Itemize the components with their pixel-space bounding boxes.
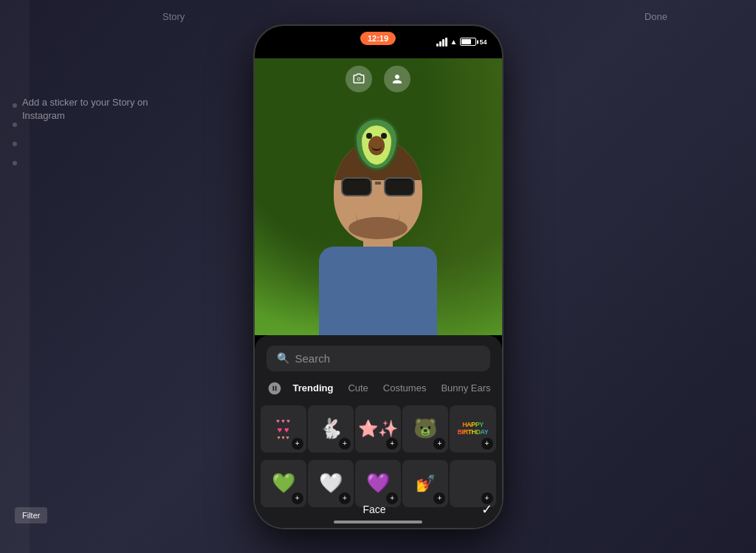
signal-bar-4 — [445, 38, 447, 47]
sticker-hearts[interactable]: ♥ ♥ ♥ ♥ ♥ ♥ ♥ ♥ + — [261, 405, 306, 453]
camera-controls — [346, 66, 410, 92]
avocado-flesh — [362, 126, 391, 165]
gummy-emoji: 🐻 — [413, 417, 437, 440]
battery-percentage: 54 — [479, 38, 487, 46]
status-bar: 12:19 ▲ 54 — [255, 26, 502, 58]
signal-bars-icon — [436, 38, 447, 47]
signal-bar-1 — [436, 44, 439, 47]
tab-trending[interactable]: Trending — [286, 379, 341, 397]
avocado-eyes — [366, 133, 387, 139]
tab-bunny-ears[interactable]: Bunny Ears — [433, 379, 498, 397]
glass-bridge — [375, 182, 381, 185]
background-text: Add a sticker to your Story on Instagram — [22, 96, 170, 123]
add-stars-btn[interactable]: + — [386, 438, 398, 450]
sticker-birthday[interactable]: HAPPYBIRTHDAY + — [450, 405, 495, 453]
bg-filter-button[interactable]: Filter — [15, 507, 47, 523]
tab-cute[interactable]: Cute — [340, 379, 375, 397]
person-icon — [391, 72, 404, 86]
sidebar-dot — [13, 103, 17, 108]
check-button[interactable]: ✓ — [472, 501, 502, 518]
sticker-tab-icon[interactable] — [264, 377, 286, 399]
avocado-body — [354, 117, 399, 171]
sticker-gummy-bear[interactable]: 🐻 + — [402, 405, 448, 453]
face-label: Face — [255, 504, 472, 515]
status-time: 12:19 — [360, 32, 396, 45]
bunny-emoji: 🐇 — [319, 417, 343, 440]
home-indicator — [334, 521, 422, 523]
category-tabs: Trending Cute Costumes Bunny Ears Sun — [255, 371, 502, 402]
signal-bar-2 — [439, 41, 441, 47]
search-placeholder: Search — [295, 352, 331, 365]
avocado-eye-right — [381, 133, 387, 139]
wifi-icon: ▲ — [450, 38, 458, 46]
sticker-icon — [267, 381, 282, 396]
camera-view — [255, 58, 502, 335]
tab-costumes[interactable]: Costumes — [376, 379, 434, 397]
glass-left — [341, 177, 372, 196]
signal-bar-3 — [442, 39, 444, 47]
tab-sun[interactable]: Sun — [498, 379, 502, 397]
battery-icon — [460, 38, 476, 46]
add-birthday-btn[interactable]: + — [481, 438, 493, 450]
camera-flip-button[interactable] — [346, 66, 372, 92]
person-beard — [348, 217, 408, 239]
sticker-grid-row1: ♥ ♥ ♥ ♥ ♥ ♥ ♥ ♥ + 🐇 + ⭐✨ + 🐻 + — [255, 402, 502, 456]
battery-fill — [461, 39, 471, 44]
add-bunny-btn[interactable]: + — [339, 438, 351, 450]
sidebar-dot — [13, 161, 17, 165]
sticker-bunny[interactable]: 🐇 + — [308, 405, 354, 453]
search-icon: 🔍 — [277, 352, 289, 364]
bg-top-right-label: Done — [645, 11, 667, 22]
add-hearts-btn[interactable]: + — [292, 438, 303, 450]
sticker-stars[interactable]: ⭐✨ + — [355, 405, 401, 453]
avocado-sticker — [351, 117, 402, 176]
add-gummy-btn[interactable]: + — [433, 438, 445, 450]
status-right-icons: ▲ 54 — [436, 38, 487, 47]
sidebar-dot — [13, 142, 17, 146]
sidebar-dot — [13, 123, 17, 127]
stars-emoji: ⭐✨ — [358, 419, 398, 439]
search-bar[interactable]: 🔍 Search — [267, 346, 490, 371]
bottom-panel: 🔍 Search Trending Cute Costumes Bunny Ea… — [255, 335, 502, 528]
person-shirt — [319, 247, 437, 335]
birthday-text: HAPPYBIRTHDAY — [458, 422, 489, 436]
sidebar — [0, 0, 30, 553]
camera-icon — [352, 72, 365, 86]
bg-top-left-label: Story — [162, 11, 185, 22]
sunglasses — [341, 176, 415, 197]
glass-right — [384, 177, 415, 196]
person-button[interactable] — [384, 66, 410, 92]
phone-frame: 12:19 ▲ 54 — [255, 26, 502, 528]
avocado-eye-left — [366, 133, 372, 139]
